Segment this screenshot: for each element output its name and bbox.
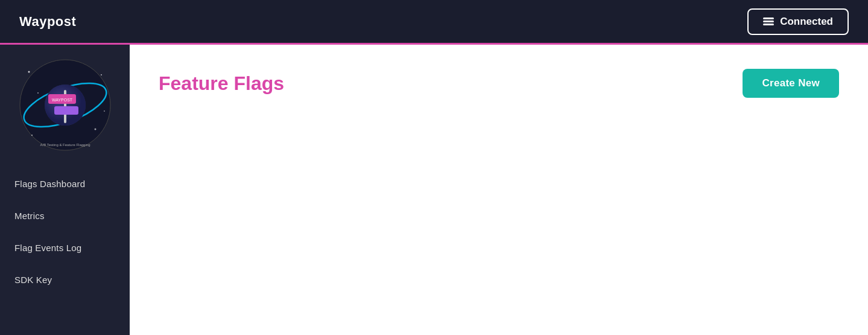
svg-text:WAYPOST: WAYPOST bbox=[51, 98, 72, 102]
logo-container: WAYPOST A/B Testing & Feature Flagging bbox=[0, 45, 130, 163]
sidebar-item-flags-dashboard[interactable]: Flags Dashboard bbox=[0, 168, 130, 200]
topnav: Waypost Connected bbox=[0, 0, 868, 45]
svg-point-13 bbox=[37, 92, 39, 94]
svg-point-9 bbox=[101, 74, 102, 75]
sidebar: WAYPOST A/B Testing & Feature Flagging bbox=[0, 45, 130, 335]
page-title: Feature Flags bbox=[159, 72, 284, 95]
content-area: Feature Flags Create New bbox=[130, 45, 868, 335]
main-layout: WAYPOST A/B Testing & Feature Flagging bbox=[0, 45, 868, 335]
content-header: Feature Flags Create New bbox=[159, 69, 839, 98]
connected-label: Connected bbox=[780, 16, 833, 28]
waypost-logo: WAYPOST A/B Testing & Feature Flagging bbox=[17, 57, 113, 153]
sidebar-item-metrics[interactable]: Metrics bbox=[0, 200, 130, 232]
svg-point-8 bbox=[28, 71, 30, 73]
svg-point-10 bbox=[94, 129, 96, 130]
svg-text:A/B Testing & Feature Flagging: A/B Testing & Feature Flagging bbox=[40, 143, 90, 147]
connected-button[interactable]: Connected bbox=[747, 8, 849, 35]
create-new-button[interactable]: Create New bbox=[743, 69, 839, 98]
sidebar-nav: Flags Dashboard Metrics Flag Events Log … bbox=[0, 163, 130, 301]
app-title: Waypost bbox=[19, 14, 76, 30]
sidebar-item-flag-events-log[interactable]: Flag Events Log bbox=[0, 232, 130, 264]
svg-point-11 bbox=[31, 135, 33, 136]
sidebar-item-sdk-key[interactable]: SDK Key bbox=[0, 264, 130, 296]
svg-rect-6 bbox=[54, 106, 78, 115]
stack-icon bbox=[763, 18, 774, 25]
svg-point-12 bbox=[104, 110, 105, 112]
